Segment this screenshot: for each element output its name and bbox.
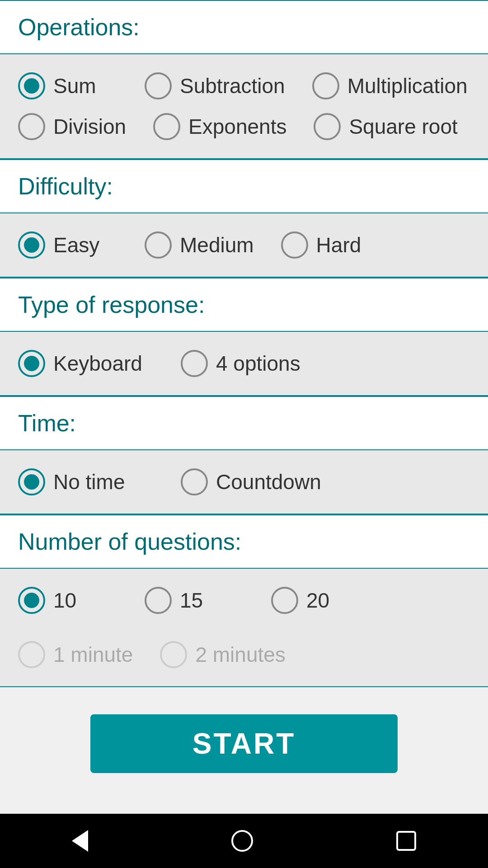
radio-subtraction[interactable]: Subtraction	[145, 72, 285, 99]
start-section: START	[0, 687, 488, 800]
radio-no-time[interactable]: No time	[18, 468, 154, 495]
time-body: No time Countdown	[0, 450, 488, 514]
radio-division-label: Division	[53, 114, 126, 139]
radio-no-time-circle	[18, 468, 45, 495]
radio-q20[interactable]: 20	[271, 587, 371, 614]
nav-back-button[interactable]	[72, 830, 88, 852]
operations-row-1: Sum Subtraction Multiplication	[18, 72, 470, 99]
radio-multiplication-label: Multiplication	[347, 74, 468, 98]
radio-medium[interactable]: Medium	[145, 231, 254, 259]
radio-q15[interactable]: 15	[145, 587, 244, 614]
radio-subtraction-circle	[145, 72, 172, 99]
nav-bar	[0, 814, 488, 868]
radio-q20-label: 20	[306, 588, 329, 613]
radio-easy-label: Easy	[53, 233, 99, 257]
radio-exponents-label: Exponents	[188, 114, 286, 139]
radio-four-options-label: 4 options	[216, 351, 300, 376]
radio-medium-circle	[145, 231, 172, 259]
difficulty-header-container: Difficulty:	[0, 159, 488, 213]
radio-2min-circle	[160, 641, 187, 668]
radio-division[interactable]: Division	[18, 113, 126, 140]
difficulty-title: Difficulty:	[18, 173, 113, 199]
radio-q10[interactable]: 10	[18, 587, 117, 614]
radio-sum[interactable]: Sum	[18, 72, 117, 99]
radio-1min-label: 1 minute	[53, 642, 133, 667]
start-button[interactable]: START	[90, 714, 398, 773]
radio-q10-label: 10	[53, 588, 76, 613]
radio-medium-label: Medium	[180, 233, 254, 257]
radio-exponents[interactable]: Exponents	[153, 113, 286, 140]
time-title: Time:	[18, 410, 76, 436]
radio-countdown[interactable]: Countdown	[181, 468, 321, 495]
number-of-questions-body: 10 15 20 1 minute 2 minutes	[0, 569, 488, 687]
back-icon	[72, 830, 88, 852]
difficulty-body: Easy Medium Hard	[0, 213, 488, 278]
home-icon	[231, 830, 253, 852]
radio-hard-circle	[281, 231, 308, 259]
radio-hard-label: Hard	[316, 233, 361, 257]
radio-keyboard-circle	[18, 350, 45, 377]
radio-1min-circle	[18, 641, 45, 668]
time-row: No time Countdown	[18, 468, 470, 495]
radio-countdown-label: Countdown	[216, 470, 321, 494]
radio-1min[interactable]: 1 minute	[18, 641, 133, 668]
radio-q15-circle	[145, 587, 172, 614]
radio-hard[interactable]: Hard	[281, 231, 380, 259]
radio-2min[interactable]: 2 minutes	[160, 641, 285, 668]
radio-multiplication-circle	[312, 72, 339, 99]
radio-q15-label: 15	[180, 588, 203, 613]
nav-home-button[interactable]	[231, 830, 253, 852]
radio-exponents-circle	[153, 113, 180, 140]
type-of-response-body: Keyboard 4 options	[0, 332, 488, 396]
radio-four-options-circle	[181, 350, 208, 377]
radio-countdown-circle	[181, 468, 208, 495]
type-of-response-title: Type of response:	[18, 292, 205, 318]
operations-header-container: Operations:	[0, 0, 488, 54]
main-content: Operations: Sum Subtraction Multiplicati…	[0, 0, 488, 814]
radio-2min-label: 2 minutes	[195, 642, 285, 667]
radio-square-root-label: Square root	[349, 114, 457, 139]
operations-body: Sum Subtraction Multiplication Division …	[0, 54, 488, 159]
radio-square-root-circle	[314, 113, 341, 140]
type-of-response-header-container: Type of response:	[0, 278, 488, 332]
radio-easy[interactable]: Easy	[18, 231, 117, 259]
difficulty-row: Easy Medium Hard	[18, 231, 470, 259]
radio-q10-circle	[18, 587, 45, 614]
radio-division-circle	[18, 113, 45, 140]
radio-square-root[interactable]: Square root	[314, 113, 457, 140]
radio-no-time-label: No time	[53, 470, 125, 494]
recents-icon	[396, 831, 416, 851]
radio-four-options[interactable]: 4 options	[181, 350, 300, 377]
radio-q20-circle	[271, 587, 298, 614]
radio-multiplication[interactable]: Multiplication	[312, 72, 468, 99]
type-of-response-row: Keyboard 4 options	[18, 350, 470, 377]
number-of-questions-row: 10 15 20 1 minute 2 minutes	[18, 587, 470, 668]
radio-sum-circle	[18, 72, 45, 99]
radio-easy-circle	[18, 231, 45, 259]
time-header-container: Time:	[0, 396, 488, 450]
nav-recents-button[interactable]	[396, 831, 416, 851]
radio-subtraction-label: Subtraction	[180, 74, 285, 98]
operations-title: Operations:	[18, 14, 140, 40]
radio-keyboard-label: Keyboard	[53, 351, 142, 376]
number-of-questions-header-container: Number of questions:	[0, 514, 488, 569]
radio-keyboard[interactable]: Keyboard	[18, 350, 154, 377]
operations-row-2: Division Exponents Square root	[18, 113, 470, 140]
radio-sum-label: Sum	[53, 74, 96, 98]
number-of-questions-title: Number of questions:	[18, 528, 241, 555]
